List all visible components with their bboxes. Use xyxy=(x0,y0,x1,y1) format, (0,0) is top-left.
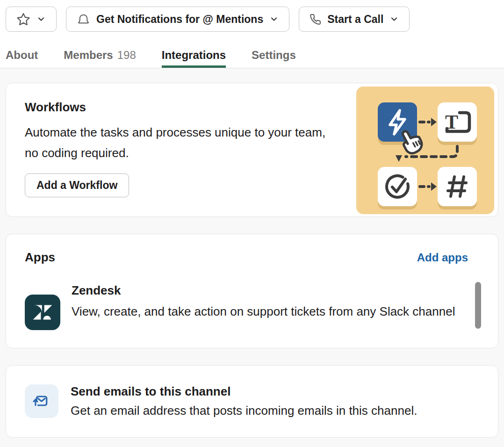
tab-members-label: Members xyxy=(64,49,113,61)
apps-title: Apps xyxy=(25,250,55,265)
zendesk-app-icon xyxy=(25,295,60,330)
add-apps-link[interactable]: Add apps xyxy=(417,251,468,264)
channel-details-integrations-panel: Get Notifications for @ Mentions Start a… xyxy=(0,0,504,443)
lightning-tile xyxy=(378,102,417,142)
phone-icon xyxy=(310,14,321,25)
chevron-down-icon xyxy=(269,14,279,24)
apps-list: Zendesk View, create, and take action on… xyxy=(25,283,479,331)
email-title: Send emails to this channel xyxy=(71,384,417,399)
workflows-illustration: T xyxy=(356,87,494,214)
apps-card: Apps Add apps Zendesk Vie xyxy=(6,234,498,348)
workflows-description: Automate the tasks and processes unique … xyxy=(25,122,338,163)
app-text: Zendesk View, create, and take action on… xyxy=(72,283,455,322)
notifications-button-label: Get Notifications for @ Mentions xyxy=(96,13,263,26)
chevron-down-icon xyxy=(36,14,46,24)
check-tile xyxy=(378,167,417,206)
start-call-button-label: Start a Call xyxy=(327,13,383,26)
app-description: View, create, and take action on support… xyxy=(72,301,455,322)
send-emails-row[interactable]: Send emails to this channel Get an email… xyxy=(6,365,498,438)
tab-integrations-label: Integrations xyxy=(162,49,226,61)
notifications-button[interactable]: Get Notifications for @ Mentions xyxy=(66,7,289,32)
channel-tabs: About Members198 Integrations Settings xyxy=(0,49,504,68)
app-row-zendesk[interactable]: Zendesk View, create, and take action on… xyxy=(25,283,479,330)
tab-settings[interactable]: Settings xyxy=(252,49,296,68)
apps-header: Apps Add apps xyxy=(25,250,479,265)
chevron-down-icon xyxy=(389,14,399,24)
integrations-content: Workflows Automate the tasks and process… xyxy=(0,68,504,443)
zendesk-logo xyxy=(31,301,54,324)
add-workflow-button[interactable]: Add a Workflow xyxy=(25,173,129,197)
email-description: Get an email address that posts incoming… xyxy=(71,404,417,418)
bell-icon xyxy=(77,13,90,26)
toolbar: Get Notifications for @ Mentions Start a… xyxy=(0,7,504,32)
workflows-card: Workflows Automate the tasks and process… xyxy=(6,83,498,217)
tab-members[interactable]: Members198 xyxy=(64,49,136,68)
tab-about[interactable]: About xyxy=(6,49,38,68)
apps-scrollbar-thumb[interactable] xyxy=(475,282,481,329)
tab-about-label: About xyxy=(6,49,38,61)
workflow-diagram-illustration: T xyxy=(356,87,494,214)
start-call-button[interactable]: Start a Call xyxy=(299,7,410,32)
channel-tile xyxy=(438,167,477,206)
incoming-email-icon xyxy=(25,384,58,418)
app-name: Zendesk xyxy=(72,283,455,297)
star-icon xyxy=(16,12,30,26)
star-channel-button[interactable] xyxy=(6,7,57,32)
tab-integrations[interactable]: Integrations xyxy=(162,49,226,68)
workflows-title: Workflows xyxy=(25,100,348,115)
panel-header: Get Notifications for @ Mentions Start a… xyxy=(0,0,504,68)
members-count: 198 xyxy=(117,49,136,61)
email-text: Send emails to this channel Get an email… xyxy=(71,384,417,418)
tab-settings-label: Settings xyxy=(252,49,296,61)
